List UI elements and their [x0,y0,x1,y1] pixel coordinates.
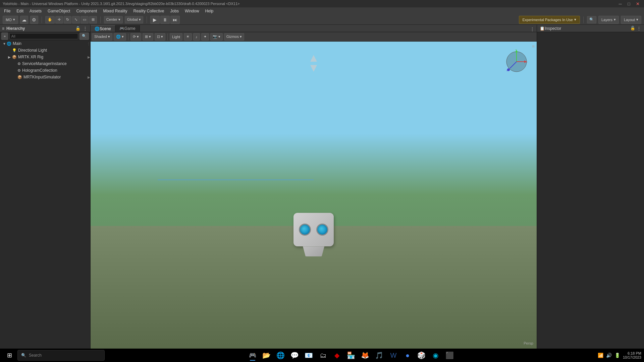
hand-tool[interactable]: ✋ [45,16,55,23]
scene-audio-btn[interactable]: ♪ [193,33,200,41]
menu-jobs[interactable]: Jobs [168,8,181,14]
tree-item-service-manager[interactable]: ⚙ ServiceManagerInstance [0,60,90,67]
taskbar-app-unknown[interactable]: ◉ [429,349,442,361]
settings-button[interactable]: ⚙ [30,16,38,24]
taskbar-app-red[interactable]: ◆ [330,349,344,361]
scene-camera-btn[interactable]: 📷 ▾ [210,33,223,41]
minimize-button[interactable]: ─ [616,0,624,7]
taskbar-app-store[interactable]: 🏪 [344,349,358,361]
pivot-toggle[interactable]: Center ▾ [104,16,123,23]
taskbar-app-music[interactable]: 🎵 [373,349,386,361]
taskbar-app-explorer[interactable]: 📂 [260,349,273,361]
menu-reality-collective[interactable]: Reality Collective [130,8,167,14]
taskbar-app-edge[interactable]: 🌐 [274,349,287,361]
taskbar-search-box[interactable]: 🔍 Search [17,350,105,361]
taskbar-app-browser2[interactable]: 🦊 [359,349,372,361]
taskbar-app-word[interactable]: W [387,349,400,361]
scene-draw-mode[interactable]: Shaded ▾ [92,33,112,41]
svg-marker-0 [310,55,317,62]
menu-file[interactable]: File [1,8,13,14]
menu-edit[interactable]: Edit [14,8,26,14]
hierarchy-add-button[interactable]: + [1,33,8,40]
scene-align-btn[interactable]: ⊡ ▾ [155,33,165,41]
tree-item-mrtk-xr-rig[interactable]: ▶ 📦 MRTK XR Rig ▶ [0,54,90,60]
svg-text:X: X [526,60,528,63]
menu-component[interactable]: Component [73,8,100,14]
tab-scene[interactable]: 🌐 Scene [91,25,115,32]
layout-dropdown[interactable]: Layout ▾ [621,16,641,24]
hierarchy-row-options[interactable]: ⋮ [87,42,90,46]
hierarchy-panel: ≡ Hierarchy 🔓 ⋮ + 🔍 ▼ 🌐 Main ⋮ 💡 Dire [0,25,91,349]
inspector-header: 📋 Inspector 🔓 ⋮ [537,25,644,32]
move-tool[interactable]: ✛ [55,16,63,23]
menu-gameobject[interactable]: GameObject [45,8,73,14]
taskbar-time: 6:18 PM [623,351,641,355]
perspective-label: Persp [524,341,533,345]
title-bar: YoloHolo - Main - Universal Windows Plat… [0,0,644,7]
menu-assets[interactable]: Assets [27,8,44,14]
maximize-button[interactable]: □ [625,0,633,7]
hierarchy-search-button[interactable]: 🔍 [79,33,89,40]
scene-snap-btn[interactable]: ⊞ ▾ [143,33,153,41]
scene-effects-btn[interactable]: 🌐 ▾ [114,33,126,41]
mo-dropdown-icon: ▾ [13,17,15,22]
hierarchy-icon: ≡ [2,26,4,31]
transform-tool[interactable]: ⊞ [89,16,97,23]
svg-marker-1 [310,65,317,72]
menu-help[interactable]: Help [203,8,216,14]
hierarchy-search-input[interactable] [9,33,78,39]
play-button[interactable]: ▶ [150,16,160,24]
volume-icon[interactable]: 🔊 [606,353,612,358]
layers-dropdown[interactable]: Layers ▾ [598,16,619,24]
taskbar-app-steam[interactable]: 🎲 [415,349,428,361]
scene-gizmos-btn[interactable]: Gizmos ▾ [224,33,244,41]
taskbar-app-files[interactable]: 🗂 [316,349,330,361]
scene-panel-options: ⋮ [530,26,537,32]
close-button[interactable]: ✕ [634,0,641,7]
hierarchy-options-button[interactable]: ⋮ [82,25,88,32]
hierarchy-row-options-2[interactable]: ▶ [88,55,90,59]
scale-tool[interactable]: ⤡ [72,16,80,23]
hierarchy-toolbar: + 🔍 [0,32,90,40]
taskbar-app-unity2[interactable]: ⬛ [443,349,457,361]
taskbar-app-unity[interactable]: 🎮 [246,349,259,361]
scene-fx-btn[interactable]: ✦ [201,33,209,41]
step-button[interactable]: ⏭ [170,16,180,24]
taskbar-search-label: Search [29,353,42,358]
scene-options-button[interactable]: ⋮ [530,26,535,32]
taskbar-app-mail[interactable]: 📧 [302,349,316,361]
tree-item-mrtk-input-simulator[interactable]: 📦 MRTKInputSimulator ▶ [0,74,90,80]
experimental-packages-button[interactable]: Experimental Packages In Use ▾ [519,16,580,24]
tab-game[interactable]: 🎮 Game [115,25,140,32]
search-button[interactable]: 🔍 [587,16,596,23]
scene-view-menu[interactable]: ≡ [532,44,535,49]
hierarchy-row-options-3[interactable]: ▶ [88,75,90,79]
inspector-lock-button[interactable]: 🔓 [630,26,635,31]
taskbar-app-chat[interactable]: 💬 [288,349,302,361]
scene-transform-btn[interactable]: ⟳ ▾ [130,33,141,41]
menu-mixed-reality[interactable]: Mixed Reality [100,8,130,14]
scene-view-toolbar: Shaded ▾ 🌐 ▾ ⟳ ▾ ⊞ ▾ ⊡ ▾ Light ☀ ♪ ✦ 📷 ▾… [91,32,537,42]
scene-2d-btn[interactable]: Light [170,33,182,41]
scene-light-btn[interactable]: ☀ [184,33,192,41]
tree-item-hologram-collection[interactable]: ⚙ HologramCollection [0,67,90,74]
pause-button[interactable]: ⏸ [160,16,170,24]
rect-tool[interactable]: ▭ [80,16,89,23]
tree-item-directional-light[interactable]: 💡 Directional Light [0,47,90,54]
taskbar-app-chrome[interactable]: ● [401,349,414,361]
hierarchy-title: Hierarchy [6,26,25,31]
start-button[interactable]: ⊞ [3,350,16,361]
hierarchy-lock-button[interactable]: 🔓 [75,25,81,32]
tree-item-main[interactable]: ▼ 🌐 Main ⋮ [0,40,90,47]
network-icon[interactable]: 📶 [598,353,603,358]
battery-icon[interactable]: 🔋 [614,353,620,358]
rotate-tool[interactable]: ↻ [64,16,71,23]
cloud-button[interactable]: ☁ [20,16,28,24]
taskbar-clock[interactable]: 6:18 PM 10/17/2023 [623,351,641,359]
global-toggle[interactable]: Global ▾ [125,16,143,23]
robot-eye-left [299,224,311,236]
inspector-options-button[interactable]: ⋮ [637,26,641,31]
menu-window[interactable]: Window [182,8,202,14]
window-controls[interactable]: ─ □ ✕ [616,0,641,7]
mo-button[interactable]: MO ▾ [3,16,18,24]
